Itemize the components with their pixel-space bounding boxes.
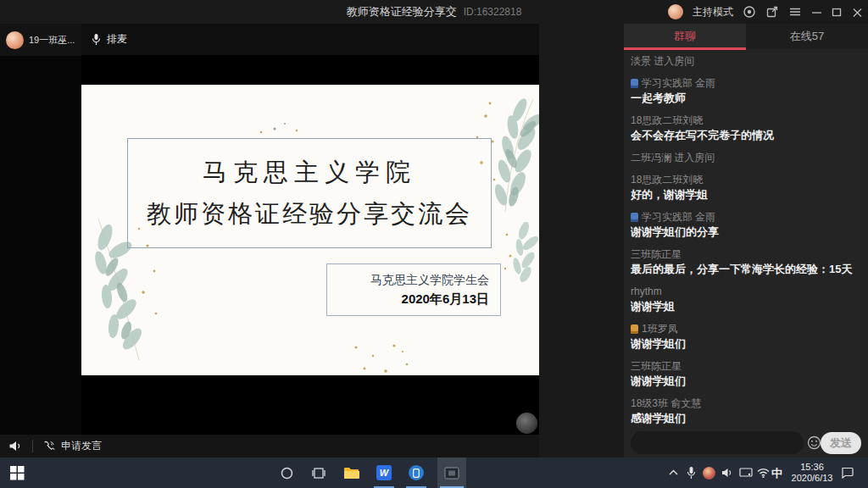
chat-message: 18级3班 俞文慧感谢学姐们	[631, 396, 863, 426]
mic-icon	[91, 33, 102, 46]
request-speak-icon	[42, 440, 56, 453]
chat-message: 学习实践部 金雨谢谢学姐们的分享	[631, 210, 863, 240]
chat-message-text: 谢谢学姐们	[631, 336, 863, 352]
window-title: 教师资格证经验分享交	[347, 4, 457, 19]
chat-message-sender: rhythm	[631, 285, 863, 298]
tray-app-icon[interactable]	[703, 467, 715, 480]
bottom-bar-divider	[32, 440, 33, 452]
request-speak-button[interactable]: 申请发言	[61, 439, 102, 453]
streaming-app-icon	[444, 467, 459, 480]
chat-message-text: 一起考教师	[631, 90, 863, 106]
chat-message-sender: 18级3班 俞文慧	[631, 396, 863, 410]
host-mode-label: 主持模式	[693, 5, 733, 19]
maximize-button[interactable]	[832, 7, 843, 18]
chat-message-text: 谢谢学姐们	[631, 373, 863, 389]
active-app-button[interactable]	[437, 458, 466, 488]
active-tab-underline	[624, 47, 746, 50]
slide-title-line2: 教师资格证经验分享交流会	[147, 197, 472, 231]
slide-title-line1: 马克思主义学院	[203, 156, 416, 190]
phone-app-icon[interactable]	[409, 465, 424, 480]
cortana-icon[interactable]	[281, 467, 293, 480]
task-view-icon[interactable]	[312, 467, 326, 480]
chat-message-text: 感谢学姐们	[631, 410, 863, 426]
chat-message-sender: 学习实践部 金雨	[631, 210, 863, 224]
chat-message: 三班陈正星最后的最后，分享一下常海学长的经验：15天	[631, 247, 863, 277]
tray-display-icon[interactable]	[739, 468, 753, 478]
stage-top-bar: 排麦	[81, 24, 539, 55]
tray-chevron-icon[interactable]	[669, 469, 678, 476]
emoji-icon[interactable]	[807, 435, 821, 450]
start-button[interactable]	[10, 466, 25, 480]
participant-video-tile[interactable]: 19一班巫...	[0, 24, 81, 56]
record-icon[interactable]	[743, 5, 756, 19]
taskbar: W 中 15:36 2020/6/13	[0, 458, 868, 488]
gold-sprinkle-bottom	[348, 339, 415, 374]
chat-message-sender: 1班罗凤	[631, 322, 863, 336]
chat-message: 三班陈正星谢谢学姐们	[631, 359, 863, 389]
chat-message-text: 会不会存在写不完卷子的情况	[631, 127, 863, 143]
chat-message: rhythm谢谢学姐	[631, 285, 863, 314]
stage-gap	[539, 24, 624, 458]
chat-message-sender: 三班陈正星	[631, 359, 863, 373]
chat-message-text: 最后的最后，分享一下常海学长的经验：15天	[631, 261, 863, 277]
participant-name: 19一班巫...	[29, 34, 75, 47]
tab-online-members-label: 在线57	[790, 29, 824, 44]
menu-icon[interactable]	[788, 6, 802, 18]
chat-message-list[interactable]: 淡景 进入房间学习实践部 金雨一起考教师18思政二班刘晓会不会存在写不完卷子的情…	[631, 54, 863, 427]
member-badge-icon	[631, 324, 638, 334]
chat-system-message: 淡景 进入房间	[631, 54, 863, 69]
ime-indicator[interactable]: 中	[771, 466, 782, 481]
chat-system-message: 二班冯澜 进入房间	[631, 151, 863, 165]
member-badge-icon	[631, 213, 638, 222]
slide-title-frame: 马克思主义学院 教师资格证经验分享交流会	[127, 138, 492, 248]
tray-wifi-icon[interactable]	[757, 468, 770, 478]
window-title-bar: 教师资格证经验分享交 ID:16322818 主持模式	[0, 0, 868, 24]
tray-speaker-icon[interactable]	[721, 467, 734, 479]
chat-message-text: 好的，谢谢学姐	[631, 186, 863, 202]
chat-input[interactable]	[631, 431, 804, 454]
sprinkle-top-center	[251, 117, 305, 139]
clock-date: 2020/6/13	[791, 473, 833, 484]
minimize-button[interactable]	[811, 7, 822, 18]
participant-avatar	[6, 31, 24, 49]
action-center-icon[interactable]	[841, 467, 854, 479]
taskbar-clock[interactable]: 15:36 2020/6/13	[791, 462, 833, 484]
share-icon[interactable]	[765, 5, 779, 19]
slide-footer-frame: 马克思主义学院学生会 2020年6月13日	[326, 263, 501, 316]
tab-online-members[interactable]: 在线57	[746, 24, 868, 49]
chat-message-text: 谢谢学姐们的分享	[631, 224, 863, 240]
chat-message-sender: 学习实践部 金雨	[631, 76, 863, 90]
room-id: ID:16322818	[464, 6, 522, 18]
presentation-slide: 马克思主义学院 教师资格证经验分享交流会 马克思主义学院学生会 2020年6月1…	[81, 85, 539, 375]
queue-button[interactable]: 排麦	[107, 32, 127, 47]
tab-group-chat[interactable]: 群聊	[624, 24, 746, 49]
app-watermark	[516, 413, 537, 434]
leaf-decoration-right	[498, 222, 539, 283]
host-avatar[interactable]	[668, 4, 683, 19]
member-badge-icon	[631, 79, 638, 88]
chat-panel: 群聊 在线57 淡景 进入房间学习实践部 金雨一起考教师18思政二班刘晓会不会存…	[624, 24, 868, 458]
close-button[interactable]	[852, 7, 863, 18]
chat-message: 18思政二班刘晓好的，谢谢学姐	[631, 173, 863, 202]
chat-message-sender: 18思政二班刘晓	[631, 114, 863, 127]
chat-message-sender: 18思政二班刘晓	[631, 173, 863, 186]
chat-message-text: 谢谢学姐	[631, 298, 863, 314]
slide-footer-date: 2020年6月13日	[402, 291, 489, 308]
file-explorer-icon[interactable]	[343, 466, 359, 480]
stage-bottom-bar: 申请发言	[0, 435, 539, 458]
speaker-icon[interactable]	[8, 440, 23, 452]
chat-message: 学习实践部 金雨一起考教师	[631, 76, 863, 106]
chat-message-sender: 三班陈正星	[631, 247, 863, 261]
chat-message: 18思政二班刘晓会不会存在写不完卷子的情况	[631, 114, 863, 143]
chat-message: 1班罗凤谢谢学姐们	[631, 322, 863, 352]
clock-time: 15:36	[791, 462, 833, 473]
wps-office-icon[interactable]: W	[376, 465, 392, 480]
tab-group-chat-label: 群聊	[674, 29, 696, 44]
slide-footer-org: 马克思主义学院学生会	[370, 273, 489, 288]
send-button-label: 发送	[830, 435, 852, 451]
send-button[interactable]: 发送	[821, 432, 861, 454]
participants-strip-background	[0, 56, 81, 435]
tray-mic-icon[interactable]	[687, 466, 696, 480]
